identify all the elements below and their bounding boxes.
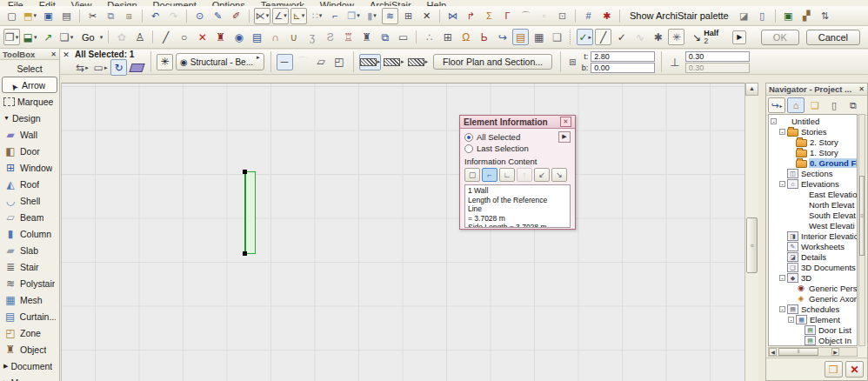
photo[interactable]: ▞ ▾ [798, 8, 815, 24]
more-group[interactable]: ▶ More [0, 374, 59, 381]
dropdown-arrow-icon[interactable]: ▾ [319, 12, 323, 19]
toolbar-icon[interactable]: ▾ [570, 29, 572, 45]
menu-item[interactable]: Document [145, 0, 204, 6]
tree-expander-icon[interactable]: - [779, 275, 785, 281]
dropdown-arrow-icon[interactable]: ▾ [100, 34, 103, 41]
scroll-left-icon[interactable]: ◀ [769, 348, 777, 356]
tree-south-elevation[interactable]: South Elevat [769, 210, 857, 220]
magnet[interactable]: ✱ ▾ [650, 29, 666, 45]
tree-wall-list[interactable]: ▤ Wall List [769, 345, 857, 346]
flyout-arrow-icon[interactable]: ▸ [257, 54, 260, 61]
scrollbar-thumb[interactable]: ≡ [746, 217, 758, 273]
dropdown-arrow-icon[interactable]: ▾ [266, 12, 270, 19]
document-group[interactable]: ▶ Document [0, 358, 59, 374]
sheets[interactable]: ⧉ ▾ [377, 29, 393, 45]
tree-expander-icon[interactable] [788, 191, 794, 197]
render-flower[interactable]: ✿ ▾ [113, 29, 130, 45]
open-window[interactable]: ⬓ ▾ [22, 29, 38, 45]
menu-item[interactable]: File [0, 0, 31, 6]
floor-plan-canvas[interactable] [61, 83, 745, 381]
new-window[interactable]: ⊡ ▾ [554, 8, 571, 24]
find-select[interactable]: ⊙ ▾ [191, 8, 208, 24]
new-folder-button[interactable]: ❒ [825, 361, 843, 378]
navigator-titlebar[interactable]: Navigator - Project ... ✕ [766, 84, 867, 96]
dropdown-arrow-icon[interactable]: ▾ [16, 34, 19, 41]
line-tool[interactable]: ╱ ▾ [157, 29, 174, 45]
redo[interactable]: ↷ ▾ [165, 8, 182, 24]
cancel-button[interactable]: Cancel [806, 30, 860, 45]
dialog-close-icon[interactable]: ✕ [560, 117, 571, 127]
tree-door-list[interactable]: ▤ Door List [769, 324, 857, 335]
toolbar-flyout-button[interactable]: ▶ [732, 30, 746, 44]
polystair-tool[interactable]: ≋ Polystair [0, 275, 59, 291]
tree-untitled[interactable]: - Untitled [769, 116, 857, 126]
bridge-tool[interactable]: ∩ ▾ [267, 29, 284, 45]
red-marker[interactable]: ✱ ▾ [598, 8, 615, 24]
cut[interactable]: ✂ ▾ [84, 8, 101, 24]
delete-button[interactable]: ✕ [845, 361, 864, 378]
menu-item[interactable]: ArchiStair [362, 0, 419, 6]
tree-expander-icon[interactable] [779, 254, 785, 260]
roof-tool[interactable]: ◭ Roof [0, 176, 59, 192]
expander-icon[interactable]: ▶ [3, 363, 8, 370]
tree-generic-axonometry[interactable]: ◈ Generic Axon [769, 293, 857, 304]
navigator-vertical-scrollbar[interactable]: ≡ [858, 114, 865, 346]
inject-parameters[interactable]: ✐ ▾ [228, 8, 244, 24]
geometry-trapezoid[interactable]: ▱ [313, 54, 330, 70]
floor-plan-section-button[interactable]: Floor Plan and Section... [433, 54, 552, 70]
dropdown-arrow-icon[interactable]: ▾ [373, 12, 377, 19]
view-map-tab[interactable]: ❏ ▾ [806, 97, 824, 113]
cursor-snap[interactable]: ⊾ ▾ [290, 8, 307, 24]
save-view[interactable]: ▤ ▾ [249, 29, 265, 45]
beam-tool[interactable]: ▱ Beam [0, 209, 59, 225]
refline-left[interactable]: ▸ [359, 54, 382, 70]
sum-tool[interactable]: Σ ▾ [481, 8, 497, 24]
snap-grid[interactable]: ∷ ▾ [309, 8, 325, 24]
wall-thickness-field[interactable]: 0.30 [685, 51, 750, 62]
favorites-book[interactable]: ▤ ▾ [512, 29, 529, 45]
top-elevation-field[interactable]: 2.80 [591, 51, 655, 62]
column-tool[interactable]: ▮ Column [0, 225, 59, 242]
shell-tool[interactable]: ◡ Shell [0, 192, 59, 209]
bottom-elevation-field[interactable]: 0.00 [591, 63, 655, 73]
tree-expander-icon[interactable] [779, 170, 785, 177]
toolbar-icon[interactable]: ▾ [186, 10, 187, 23]
tree-elevations[interactable]: - ⌂ Elevations [769, 178, 857, 189]
tree-expander-icon[interactable] [788, 139, 794, 145]
dropdown-arrow-icon[interactable]: ▾ [284, 12, 287, 19]
structure-display[interactable]: ▮ ▾ [364, 8, 380, 24]
arch-tool[interactable]: ∪ ▾ [285, 29, 302, 45]
selection-frame[interactable]: # ▾ [580, 8, 597, 24]
curve-s[interactable]: ʒ ▾ [304, 29, 320, 45]
tree-expander-icon[interactable] [788, 150, 794, 156]
tree-expander-icon[interactable] [788, 223, 794, 229]
drag-options[interactable]: ⇆ ▸ [74, 59, 90, 76]
dimension-box[interactable]: ⊞ ▾ [400, 8, 417, 24]
door-tool[interactable]: ◧ Door [0, 143, 59, 159]
info-height[interactable]: ↑ [517, 168, 532, 182]
library-grid[interactable]: ▦ ▾ [531, 29, 547, 45]
tree-expander-icon[interactable] [797, 338, 803, 344]
tree-west-elevation[interactable]: West Elevati [769, 220, 857, 231]
steel-profile[interactable]: Ω ▾ [457, 29, 474, 45]
ruler[interactable]: ▭ ▾ [395, 29, 411, 45]
eraser[interactable]: ◪ ▾ [736, 8, 752, 24]
image-frame[interactable]: ▣ ▾ [780, 8, 797, 24]
dropdown-arrow-icon[interactable]: ▾ [357, 12, 360, 19]
navigator-horizontal-scrollbar[interactable]: ◀ ⦀ ▶ [768, 347, 858, 357]
copy[interactable]: ⧉ ▾ [103, 8, 119, 24]
selected-wall-element[interactable] [244, 171, 256, 254]
toolbar-icon[interactable]: ▾ [439, 10, 440, 23]
trace-check[interactable]: ✓ ▸ [577, 29, 593, 45]
walk-mode[interactable]: ♙ ▾ [131, 29, 148, 45]
tree-3d-documents[interactable]: ❑ 3D Documents [769, 262, 857, 272]
wall-tool[interactable]: ▰ Wall [0, 126, 59, 143]
fit-box[interactable]: ⊞ ▾ [439, 29, 456, 45]
tree-expander-icon[interactable] [779, 233, 785, 239]
window-tool[interactable]: ⊞ Window [0, 159, 59, 176]
scrollbar-thumb[interactable]: ⦀ [778, 348, 818, 356]
mesh-tool[interactable]: ▦ Mesh [0, 291, 59, 308]
publisher-tab[interactable]: ⧉ ▾ [845, 97, 862, 113]
refline-center[interactable]: ▸ [383, 54, 405, 70]
tree-object-inventory[interactable]: ▤ Object In [769, 335, 857, 345]
